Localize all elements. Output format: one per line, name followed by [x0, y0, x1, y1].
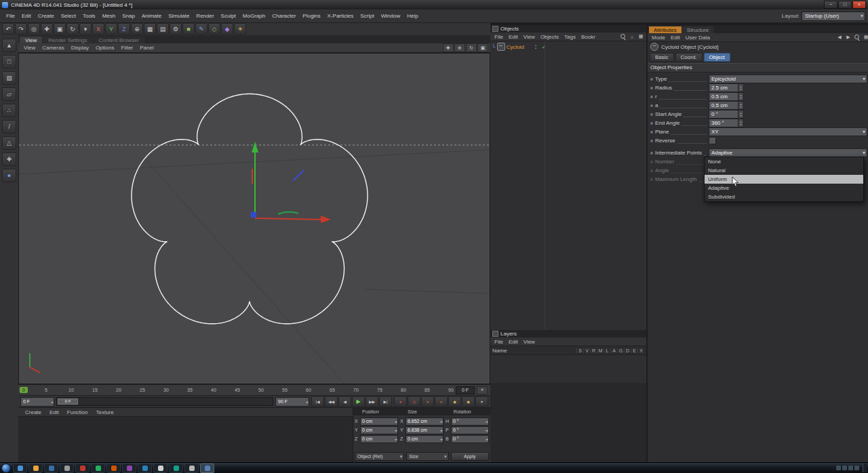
- attributes-menu-item[interactable]: User Data: [683, 35, 713, 41]
- taskbar-app-icon[interactable]: [169, 464, 183, 473]
- prev-frame-button[interactable]: ◀: [338, 396, 351, 407]
- taskbar-app-icon[interactable]: [184, 464, 199, 473]
- render-picture-viewer-icon[interactable]: ▤: [157, 23, 169, 35]
- keyframe-dot[interactable]: [650, 113, 653, 116]
- spinner-arr[interactable]: [738, 110, 744, 119]
- play-button[interactable]: ▶: [352, 396, 365, 407]
- view-panel-tab[interactable]: View: [20, 37, 42, 43]
- menu-item[interactable]: Render: [193, 12, 217, 20]
- menu-item[interactable]: Simulate: [165, 12, 193, 20]
- workplane-icon[interactable]: ▱: [2, 87, 16, 101]
- menu-item[interactable]: Create: [35, 12, 58, 20]
- keyframe-dot[interactable]: [650, 104, 653, 107]
- layers-column-label[interactable]: L: [604, 348, 610, 353]
- layers-column-label[interactable]: M: [597, 348, 604, 353]
- keyframe-dot[interactable]: [650, 161, 653, 163]
- rotate-icon[interactable]: ↻: [66, 23, 79, 35]
- view-panel-tab[interactable]: Content Browser: [94, 37, 145, 43]
- scale-icon[interactable]: ▣: [54, 23, 66, 35]
- menu-item[interactable]: Mesh: [99, 12, 119, 20]
- polygons-mode-icon[interactable]: △: [2, 136, 16, 150]
- viewport-menu-item[interactable]: Display: [68, 45, 92, 51]
- recent-tool-icon[interactable]: ▾: [79, 23, 92, 35]
- add-deformer-icon[interactable]: ◆: [221, 23, 233, 35]
- keyframe-dot[interactable]: [650, 178, 653, 181]
- taskbar-app-icon[interactable]: [91, 464, 105, 473]
- position-field[interactable]: 0 cm: [360, 426, 398, 434]
- dropdown-option[interactable]: Subdivided: [705, 192, 863, 201]
- viewport-menu-item[interactable]: Filter: [117, 45, 136, 51]
- axis-y-arrowhead[interactable]: [252, 142, 258, 152]
- material-menu-item[interactable]: Texture: [92, 409, 118, 415]
- undo-icon[interactable]: ↶: [2, 23, 14, 35]
- apply-button[interactable]: Apply: [451, 452, 489, 461]
- minimize-button[interactable]: −: [824, 1, 837, 9]
- keyframe-dot[interactable]: [650, 131, 653, 133]
- autokey-icon[interactable]: ◎: [408, 396, 420, 407]
- panel-options-icon[interactable]: ▦: [862, 34, 868, 41]
- points-mode-icon[interactable]: ∴: [2, 104, 16, 117]
- taskbar-app-icon[interactable]: [44, 464, 58, 473]
- record-position-icon[interactable]: ●: [421, 396, 434, 407]
- dropdown-option[interactable]: None: [705, 157, 863, 166]
- dropdown-option[interactable]: Natural: [705, 166, 863, 175]
- frame-slider[interactable]: 0 F: [56, 397, 273, 406]
- texture-mode-icon[interactable]: ▨: [2, 71, 16, 85]
- epicycloid-curve[interactable]: [132, 94, 368, 324]
- value-dropdown-field[interactable]: XY: [709, 127, 867, 136]
- menu-item[interactable]: Plugins: [299, 12, 323, 20]
- filter-icon[interactable]: ▦: [637, 33, 645, 40]
- position-field[interactable]: 0 cm: [360, 417, 398, 426]
- objects-panel-header[interactable]: Objects: [490, 25, 646, 33]
- layers-column-label[interactable]: S: [576, 348, 583, 353]
- keyframe-dot[interactable]: [650, 87, 653, 89]
- attribute-tab-button[interactable]: Object: [704, 53, 730, 62]
- viewport-canvas[interactable]: [18, 53, 490, 384]
- axis-mode-icon[interactable]: ✚: [2, 152, 16, 166]
- position-field[interactable]: 0 cm: [360, 435, 398, 443]
- object-tree[interactable]: └ ~ Cycloid •• ✓: [490, 41, 646, 330]
- menu-item[interactable]: Window: [378, 12, 403, 20]
- taskbar-app-icon[interactable]: [60, 464, 74, 473]
- goto-end-button[interactable]: ▶|: [379, 396, 392, 407]
- attribute-tab-button[interactable]: Coord.: [675, 53, 703, 62]
- spinner-arr[interactable]: [738, 83, 744, 92]
- menu-item[interactable]: File: [3, 12, 18, 20]
- rotation-field[interactable]: 0 °: [451, 426, 489, 434]
- viewport-menu-item[interactable]: Options: [92, 45, 118, 51]
- menu-item[interactable]: Sculpt: [218, 12, 239, 20]
- menu-item[interactable]: Character: [269, 12, 299, 20]
- add-spline-icon[interactable]: ✎: [195, 23, 208, 35]
- menu-item[interactable]: Animate: [138, 12, 165, 20]
- rotation-field[interactable]: 0 °: [451, 435, 489, 443]
- layers-column-label[interactable]: G: [617, 348, 624, 353]
- size-field[interactable]: 6.838 cm: [406, 426, 443, 434]
- axis-x-arrowhead[interactable]: [321, 215, 331, 223]
- value-checkbox[interactable]: [709, 137, 716, 144]
- nav-back-icon[interactable]: ◀: [835, 34, 844, 41]
- add-environment-icon[interactable]: ☀: [234, 23, 246, 35]
- add-generator-icon[interactable]: ◇: [208, 23, 220, 35]
- keyframe-mode-icon[interactable]: ◆: [462, 396, 475, 407]
- start-button[interactable]: [1, 464, 11, 473]
- live-selection-icon[interactable]: ◎: [28, 23, 40, 35]
- section-header[interactable]: Object Properties: [648, 63, 868, 73]
- dropdown-option[interactable]: Adaptive: [705, 184, 863, 192]
- value-spinner-field[interactable]: 0 °: [709, 110, 744, 119]
- view-panel-tab[interactable]: Render Settings: [43, 37, 92, 43]
- tray-icon[interactable]: [854, 466, 859, 470]
- home-icon[interactable]: ⌂: [628, 33, 636, 40]
- layers-menu-item[interactable]: Edit: [506, 339, 521, 345]
- value-spinner-field[interactable]: 2.5 cm: [709, 83, 744, 92]
- record-keyframe-icon[interactable]: ●: [394, 396, 407, 407]
- taskbar-app-icon[interactable]: [200, 464, 214, 473]
- toggle-view-icon[interactable]: ▣: [477, 43, 488, 52]
- objects-menu-item[interactable]: File: [492, 34, 506, 40]
- attribute-tab-button[interactable]: Basic: [650, 53, 674, 62]
- add-primitive-icon[interactable]: ■: [182, 23, 195, 35]
- make-editable-icon[interactable]: ▲: [2, 39, 16, 52]
- plane-handle-z[interactable]: [293, 170, 304, 181]
- material-list-area[interactable]: [18, 417, 353, 463]
- layers-column-label[interactable]: E: [631, 348, 637, 353]
- menu-item[interactable]: Snap: [119, 12, 138, 20]
